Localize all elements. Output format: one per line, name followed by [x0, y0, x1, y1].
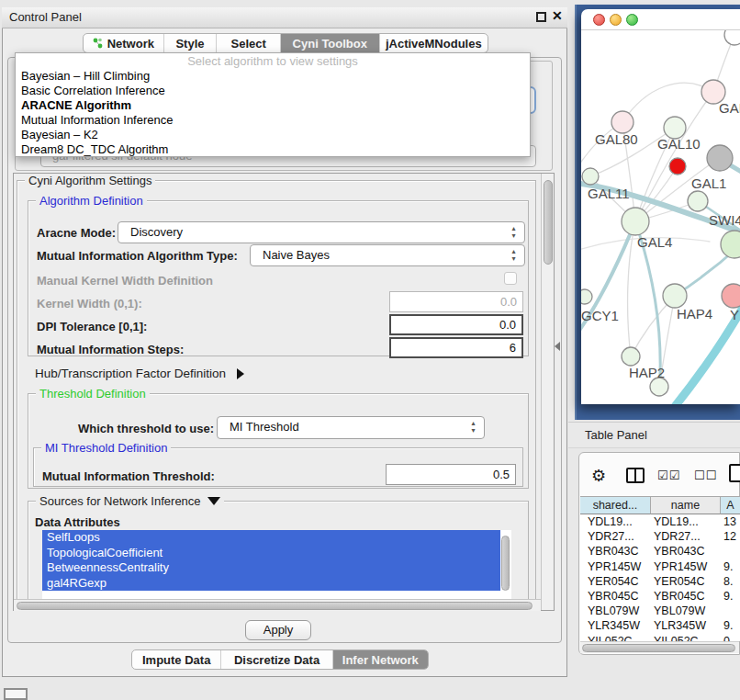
hub-expander[interactable]: Hub/Transcription Factor Definition [35, 367, 244, 380]
dropdown-item-selected[interactable]: ARACNE Algorithm [16, 98, 530, 113]
scrollbar-thumb[interactable] [582, 644, 735, 652]
table-row[interactable]: YER054CYER054C8. [580, 574, 740, 589]
window-close-icon[interactable] [593, 14, 605, 26]
node-gal11[interactable] [582, 168, 599, 185]
node-gcy1[interactable] [581, 289, 592, 304]
mi-type-label: Mutual Information Algorithm Type: [37, 249, 238, 263]
node-gray[interactable] [707, 145, 733, 171]
table-row[interactable]: YDL19...YDL19...13 [580, 514, 740, 529]
table-cell: YLR345W [580, 618, 650, 633]
expand-down-icon[interactable] [207, 497, 220, 505]
column-header-name[interactable]: name [651, 496, 721, 514]
tab-label: Network [107, 37, 154, 51]
node[interactable] [721, 231, 740, 258]
tab-label: Select [231, 37, 266, 51]
list-item[interactable]: TopologicalCoefficient [42, 546, 500, 561]
table-row[interactable]: YBR043CYBR043C [580, 544, 740, 559]
dropdown-item[interactable]: Bayesian – K2 [16, 128, 530, 142]
which-threshold-combobox[interactable]: MI Threshold ▴▾ [217, 416, 485, 439]
table-row[interactable]: YDR27...YDR27...12 [580, 529, 740, 544]
node[interactable] [650, 378, 668, 396]
new-table-icon[interactable] [729, 464, 740, 482]
dropdown-item[interactable]: Mutual Information Inference [16, 113, 530, 128]
dpi-tolerance-field[interactable]: 0.0 [389, 314, 523, 335]
node-label: GAL10 [657, 136, 701, 152]
table-cell: YPR145W [650, 559, 720, 574]
control-panel-titlebar[interactable] [2, 7, 567, 28]
table-cell: YIL052C [580, 634, 650, 642]
scrollbar-thumb[interactable] [17, 602, 533, 610]
manual-kernel-checkbox[interactable] [504, 272, 517, 285]
node-gal4[interactable] [622, 208, 649, 235]
expander-label[interactable]: Sources for Network Inference [39, 494, 201, 508]
node-label: HAP4 [677, 306, 712, 322]
list-item[interactable]: BetweennessCentrality [42, 560, 500, 576]
kernel-width-field[interactable]: 0.0 [389, 291, 523, 312]
network-canvas[interactable]: GAL80 GAL10 GAL1 GAL11 SWI4 GAL4 GCY1 HA… [581, 30, 740, 404]
tab-label: jActiveMNodules [386, 37, 482, 51]
tab-infer-network[interactable]: Infer Network [333, 650, 428, 669]
application-window: Control Panel ✕ Network Style Select Cyn… [0, 0, 740, 700]
node-hap4[interactable] [663, 284, 687, 308]
table-cell: YDL19... [580, 514, 650, 529]
table-row[interactable]: YIL052CYIL052C0. [580, 634, 740, 642]
node-pink[interactable] [722, 284, 740, 308]
node[interactable] [724, 30, 740, 45]
combobox-value: MI Threshold [230, 420, 299, 434]
tab-discretize-data[interactable]: Discretize Data [221, 650, 332, 669]
columns-icon[interactable] [626, 468, 645, 483]
dpi-tolerance-label: DPI Tolerance [0,1]: [37, 320, 147, 333]
table-cell: 8. [720, 574, 740, 589]
scrollbar-thumb[interactable] [501, 536, 510, 591]
column-header-shared-name[interactable]: shared... [580, 496, 651, 514]
tab-impute-data[interactable]: Impute Data [132, 650, 221, 669]
table-cell: YBR043C [580, 544, 650, 559]
mi-steps-field[interactable]: 6 [389, 337, 523, 358]
node-hap2[interactable] [622, 347, 640, 366]
dropdown-item[interactable]: Basic Correlation Inference [16, 84, 530, 98]
node-gal80[interactable] [611, 111, 633, 133]
apply-button[interactable]: Apply [245, 620, 311, 640]
dropdown-item[interactable]: Dream8 DC_TDC Algorithm [16, 142, 530, 157]
table-row[interactable]: YLR345WYLR345W9. [580, 618, 740, 633]
node-selected-red[interactable] [669, 158, 686, 175]
mi-type-combobox[interactable]: Naive Bayes ▴▾ [250, 244, 525, 266]
settings-horizontal-scrollbar[interactable] [14, 599, 541, 611]
table-row[interactable]: YBL079WYBL079W [580, 604, 740, 618]
window-minimize-icon[interactable] [610, 14, 622, 26]
manual-kernel-label: Manual Kernel Width Definition [37, 274, 213, 288]
table-row[interactable]: YBR045CYBR045C9. [580, 589, 740, 604]
settings-vertical-scrollbar[interactable] [541, 174, 554, 610]
table-panel-title: Table Panel [585, 428, 647, 442]
minimized-panel-icon[interactable] [4, 688, 28, 700]
table-horizontal-scrollbar[interactable] [580, 641, 739, 653]
tab-jactivemnodules[interactable]: jActiveMNodules [380, 34, 488, 52]
dropdown-item[interactable]: Bayesian – Hill Climbing [16, 69, 530, 84]
list-item[interactable]: gal4RGexp [42, 576, 500, 592]
window-zoom-icon[interactable] [626, 14, 638, 26]
column-header-partial[interactable]: A [721, 496, 740, 514]
table-row[interactable]: YPR145WYPR145W9. [580, 559, 740, 574]
aracne-mode-combobox[interactable]: Discovery ▴▾ [118, 221, 525, 243]
algorithm-dropdown-list: Select algorithm to view settings Bayesi… [15, 52, 531, 157]
tab-cyni-toolbox[interactable]: Cyni Toolbox [281, 34, 380, 52]
mi-threshold-field[interactable]: 0.5 [386, 464, 516, 485]
list-item[interactable]: SelfLoops [42, 530, 500, 546]
splitter-collapse-icon[interactable] [555, 342, 560, 351]
close-icon[interactable]: ✕ [552, 8, 563, 23]
tab-label: Cyni Toolbox [293, 37, 367, 51]
tab-select[interactable]: Select [217, 34, 281, 52]
stepper-icon: ▴▾ [510, 225, 518, 240]
control-panel-tabstrip: Network Style Select Cyni Toolbox jActiv… [83, 33, 488, 53]
table-cell: YLR345W [650, 618, 720, 633]
gear-icon[interactable]: ⚙ [591, 466, 606, 486]
scrollbar-thumb[interactable] [544, 180, 553, 265]
tab-network[interactable]: Network [84, 34, 164, 52]
list-vertical-scrollbar[interactable] [500, 530, 511, 599]
tab-label: Style [175, 37, 204, 51]
tab-style[interactable]: Style [164, 34, 218, 52]
node-gal1[interactable] [688, 191, 708, 211]
clear-checks-icon[interactable]: ☐☐ [694, 469, 717, 482]
select-all-checks-icon[interactable]: ☑☑ [657, 469, 680, 482]
float-window-icon[interactable] [536, 12, 546, 22]
